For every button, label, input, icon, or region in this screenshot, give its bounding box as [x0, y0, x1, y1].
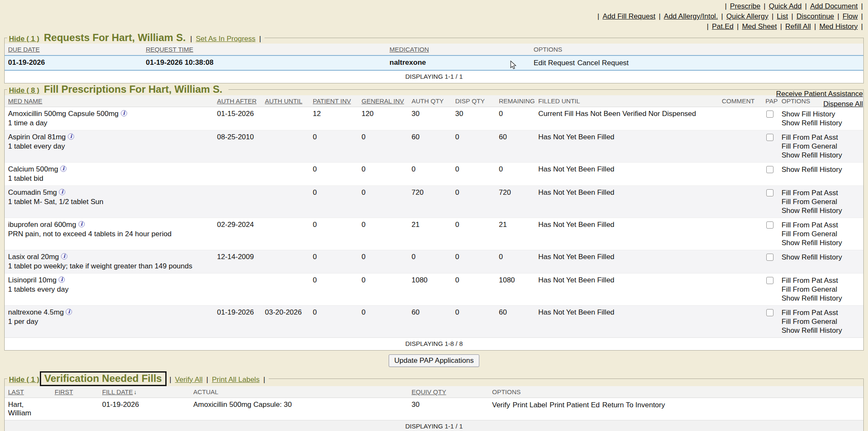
- fill-option-link[interactable]: Show Refill History: [782, 165, 860, 174]
- fill-option-link[interactable]: Show Fill History: [782, 110, 860, 119]
- pap-checkbox[interactable]: [766, 111, 773, 118]
- fill-option-link[interactable]: Fill From Pat Asst: [782, 188, 860, 197]
- due-date-cell: 01-19-2026: [5, 55, 142, 70]
- fill-option-link[interactable]: Fill From General: [782, 285, 860, 294]
- edit-request-link[interactable]: Edit Request: [534, 59, 575, 67]
- col-disp-qty: DISP QTY: [452, 95, 495, 107]
- med-sig: 1 time a day: [8, 119, 210, 127]
- nav-link-quick-allergy[interactable]: Quick Allergy: [726, 12, 768, 20]
- fill-option-link[interactable]: Show Refill History: [782, 326, 860, 335]
- med-sig: 1 tablet po weekly; take if weight great…: [8, 262, 210, 271]
- col-remaining: REMAINING: [495, 95, 535, 107]
- return-to-inventory-link[interactable]: Return To Inventory: [602, 401, 665, 409]
- info-icon[interactable]: i: [61, 253, 67, 260]
- fill-option-link[interactable]: Show Refill History: [782, 151, 860, 160]
- pap-checkbox[interactable]: [766, 189, 773, 196]
- set-as-in-progress-link[interactable]: Set As In Progress: [196, 35, 256, 43]
- med-name[interactable]: Lasix oral 20mg: [8, 253, 59, 261]
- request-row[interactable]: 01-19-2026 01-19-2026 10:38:08 naltrexon…: [5, 55, 863, 70]
- info-icon[interactable]: i: [60, 166, 67, 172]
- info-icon[interactable]: i: [68, 133, 74, 140]
- print-all-labels-link[interactable]: Print All Labels: [212, 376, 259, 384]
- info-icon[interactable]: i: [78, 221, 85, 227]
- med-sig: 1 tablets every day: [8, 285, 210, 294]
- info-icon[interactable]: i: [121, 110, 127, 116]
- nav-link-med-history[interactable]: Med History: [819, 22, 858, 30]
- fill-option-link[interactable]: Show Refill History: [782, 253, 860, 262]
- fill-option-link[interactable]: Fill From General: [782, 142, 860, 151]
- dispense-all-link[interactable]: Dispense All: [776, 99, 863, 109]
- nav-link-add-document[interactable]: Add Document: [810, 2, 857, 10]
- col-medication[interactable]: MEDICATION: [386, 44, 530, 55]
- nav-link-refill-all[interactable]: Refill All: [785, 22, 811, 30]
- col-general-inv[interactable]: GENERAL INV: [358, 95, 408, 107]
- requests-hide-link[interactable]: Hide ( 1 ): [9, 35, 39, 43]
- fill-options-cell: Show Refill History: [778, 250, 863, 274]
- fill-option-link[interactable]: Show Refill History: [782, 206, 860, 215]
- med-cell: Aspirin Oral 81mgi 1 tablet every day: [5, 130, 214, 163]
- col-first[interactable]: FIRST: [51, 386, 99, 398]
- fill-hide-link[interactable]: Hide ( 8 ): [9, 86, 39, 94]
- med-name[interactable]: Amoxicillin 500mg Capsule 500mg: [8, 110, 119, 118]
- info-icon[interactable]: i: [58, 276, 65, 283]
- col-equiv-qty[interactable]: EQUIV QTY: [408, 386, 489, 398]
- pap-checkbox[interactable]: [766, 166, 773, 173]
- info-icon[interactable]: i: [66, 309, 72, 315]
- med-name[interactable]: Coumadin 5mg: [8, 188, 57, 196]
- verify-all-link[interactable]: Verify All: [175, 376, 203, 384]
- col-auth-after[interactable]: AUTH AFTER: [214, 95, 262, 107]
- fill-row: Lisinopril 10mgi 1 tablets every day 0 0…: [5, 274, 863, 306]
- print-patient-ed-link[interactable]: Print Patient Ed: [550, 401, 600, 409]
- sort-descending-icon[interactable]: ↓: [134, 389, 137, 395]
- pap-checkbox[interactable]: [766, 309, 773, 316]
- med-name[interactable]: ibuprofen oral 600mg: [8, 221, 76, 229]
- med-name[interactable]: Lisinopril 10mg: [8, 276, 56, 284]
- fill-option-link[interactable]: Fill From Pat Asst: [782, 308, 860, 317]
- nav-link-list[interactable]: List: [777, 12, 788, 20]
- pap-checkbox[interactable]: [766, 277, 773, 284]
- nav-link-discontinue[interactable]: Discontinue: [796, 12, 834, 20]
- separator: |: [791, 12, 793, 20]
- fill-option-link[interactable]: Fill From General: [782, 197, 860, 206]
- pap-checkbox[interactable]: [766, 221, 773, 229]
- top-nav: | Prescribe | Quick Add | Add Document |…: [0, 0, 868, 32]
- col-fill-date-label[interactable]: FILL DATE: [102, 388, 133, 395]
- nav-link-pat-ed[interactable]: Pat.Ed: [712, 22, 734, 30]
- col-due-date[interactable]: DUE DATE: [5, 44, 142, 55]
- pap-checkbox[interactable]: [766, 254, 773, 261]
- remaining-cell: 21: [495, 218, 535, 250]
- nav-link-add-allergy-intol[interactable]: Add Allergy/Intol.: [664, 12, 718, 20]
- fill-option-link[interactable]: Fill From General: [782, 317, 860, 326]
- col-request-time[interactable]: REQUEST TIME: [142, 44, 386, 55]
- fill-option-link[interactable]: Fill From General: [782, 229, 860, 238]
- fill-row: Coumadin 5mgi 1 tablet M- Sat, 1/2 table…: [5, 186, 863, 218]
- nav-link-prescribe[interactable]: Prescribe: [730, 2, 760, 10]
- update-pap-applications-button[interactable]: Update PAP Applications: [389, 354, 479, 367]
- nav-link-med-sheet[interactable]: Med Sheet: [742, 22, 777, 30]
- verification-hide-link[interactable]: Hide ( 1 ): [9, 376, 39, 384]
- fill-options-cell: Show Refill History: [778, 163, 863, 186]
- fill-option-link[interactable]: Show Refill History: [782, 294, 860, 303]
- col-fill-date[interactable]: FILL DATE↓: [99, 386, 190, 398]
- pap-checkbox[interactable]: [766, 134, 773, 141]
- med-name[interactable]: Calcium 500mg: [8, 165, 58, 173]
- receive-patient-assistance-link[interactable]: Receive Patient Assistance: [776, 89, 863, 99]
- med-name[interactable]: naltrexone 4.5mg: [8, 308, 64, 316]
- print-label-link[interactable]: Print Label: [513, 401, 547, 409]
- col-last[interactable]: LAST: [5, 386, 51, 398]
- fill-option-link[interactable]: Fill From Pat Asst: [782, 276, 860, 285]
- fill-option-link[interactable]: Fill From Pat Asst: [782, 133, 860, 142]
- cancel-request-link[interactable]: Cancel Request: [577, 59, 629, 67]
- info-icon[interactable]: i: [59, 189, 65, 195]
- col-med-name[interactable]: MED NAME: [5, 95, 214, 107]
- verify-link[interactable]: Verify: [492, 401, 510, 409]
- col-patient-inv[interactable]: PATIENT INV: [309, 95, 358, 107]
- med-name[interactable]: Aspirin Oral 81mg: [8, 133, 66, 141]
- nav-link-flow[interactable]: Flow: [843, 12, 858, 20]
- nav-link-add-fill-request[interactable]: Add Fill Request: [603, 12, 656, 20]
- fill-option-link[interactable]: Show Refill History: [782, 119, 860, 127]
- nav-link-quick-add[interactable]: Quick Add: [769, 2, 802, 10]
- fill-option-link[interactable]: Fill From Pat Asst: [782, 221, 860, 229]
- col-auth-until[interactable]: AUTH UNTIL: [262, 95, 309, 107]
- fill-option-link[interactable]: Show Refill History: [782, 238, 860, 247]
